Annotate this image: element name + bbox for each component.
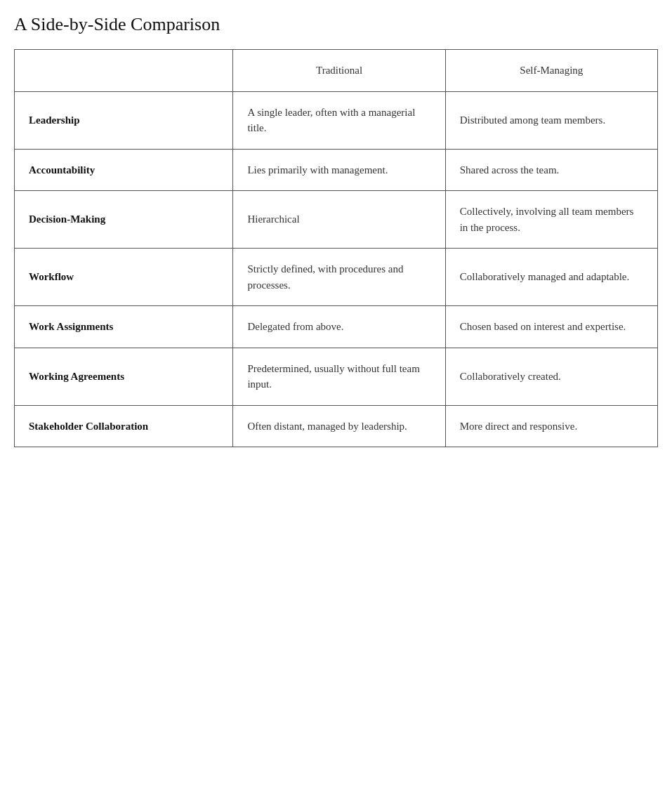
row-label-leadership: Leadership	[15, 91, 233, 149]
header-self-managing: Self-Managing	[445, 50, 657, 92]
row-label-work-assignments: Work Assignments	[15, 306, 233, 348]
table-row: Stakeholder CollaborationOften distant, …	[15, 405, 658, 447]
cell-self-managing-2: Collectively, involving all team members…	[445, 191, 657, 249]
cell-traditional-6: Often distant, managed by leadership.	[233, 405, 445, 447]
table-row: WorkflowStrictly defined, with procedure…	[15, 249, 658, 306]
row-label-decision-making: Decision-Making	[15, 191, 233, 249]
row-label-stakeholder-collaboration: Stakeholder Collaboration	[15, 405, 233, 447]
cell-self-managing-6: More direct and responsive.	[445, 405, 657, 447]
cell-traditional-1: Lies primarily with management.	[233, 149, 445, 191]
cell-self-managing-5: Collaboratively created.	[445, 348, 657, 405]
cell-traditional-5: Predetermined, usually without full team…	[233, 348, 445, 405]
row-label-accountability: Accountability	[15, 149, 233, 191]
cell-traditional-3: Strictly defined, with procedures and pr…	[233, 249, 445, 306]
comparison-table: Traditional Self-Managing LeadershipA si…	[14, 49, 658, 447]
table-row: LeadershipA single leader, often with a …	[15, 91, 658, 149]
cell-self-managing-3: Collaboratively managed and adaptable.	[445, 249, 657, 306]
row-label-workflow: Workflow	[15, 249, 233, 306]
header-traditional: Traditional	[233, 50, 445, 92]
table-row: AccountabilityLies primarily with manage…	[15, 149, 658, 191]
cell-self-managing-4: Chosen based on interest and expertise.	[445, 306, 657, 348]
row-label-working-agreements: Working Agreements	[15, 348, 233, 405]
table-header-row: Traditional Self-Managing	[15, 50, 658, 92]
cell-self-managing-1: Shared across the team.	[445, 149, 657, 191]
cell-self-managing-0: Distributed among team members.	[445, 91, 657, 149]
table-row: Decision-MakingHierarchicalCollectively,…	[15, 191, 658, 249]
cell-traditional-2: Hierarchical	[233, 191, 445, 249]
header-category	[15, 50, 233, 92]
table-row: Working AgreementsPredetermined, usually…	[15, 348, 658, 405]
cell-traditional-4: Delegated from above.	[233, 306, 445, 348]
page-title: A Side-by-Side Comparison	[14, 14, 658, 35]
table-row: Work AssignmentsDelegated from above.Cho…	[15, 306, 658, 348]
cell-traditional-0: A single leader, often with a managerial…	[233, 91, 445, 149]
